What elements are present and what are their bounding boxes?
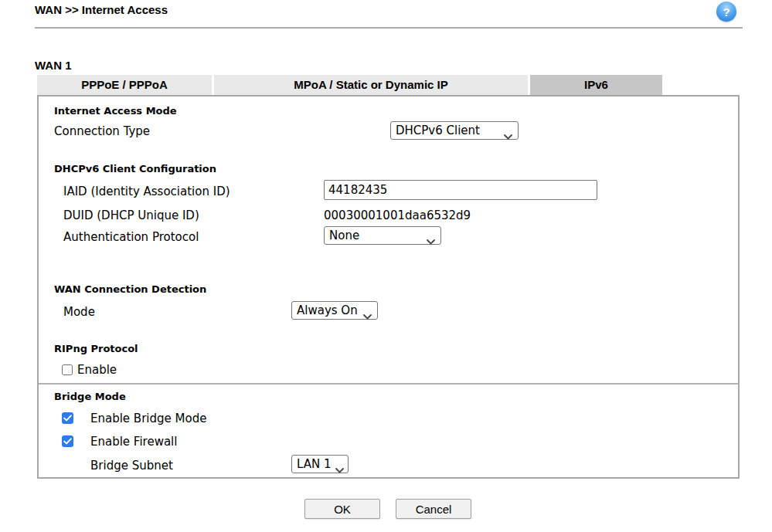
section-heading-bridge-mode: Bridge Mode: [54, 391, 126, 402]
section-divider: [39, 383, 738, 385]
connection-type-label: Connection Type: [54, 124, 150, 138]
authentication-protocol-value: None: [329, 229, 359, 242]
tab-ipv6[interactable]: IPv6: [530, 75, 662, 95]
ipv6-settings-panel: Internet Access Mode Connection Type DHC…: [37, 95, 740, 479]
chevron-down-icon: [427, 234, 435, 248]
ripng-enable-checkbox[interactable]: [62, 364, 73, 375]
section-heading-ripng-protocol: RIPng Protocol: [54, 343, 138, 354]
iaid-input[interactable]: [324, 180, 597, 200]
enable-firewall-checkbox[interactable]: [62, 435, 73, 447]
help-icon-glyph: ?: [723, 5, 729, 19]
section-heading-internet-access-mode: Internet Access Mode: [54, 105, 177, 117]
connection-type-value: DHCPv6 Client: [396, 124, 480, 137]
tab-pppoe-pppoa[interactable]: PPPoE / PPPoA: [37, 75, 212, 95]
ok-button[interactable]: OK: [304, 499, 380, 519]
bridge-subnet-select[interactable]: LAN 1: [291, 455, 349, 473]
enable-firewall-label[interactable]: Enable Firewall: [90, 435, 177, 449]
duid-value: 00030001001daa6532d9: [324, 208, 471, 222]
mode-value: Always On: [297, 303, 358, 317]
chevron-down-icon: [504, 129, 512, 143]
mode-select[interactable]: Always On: [291, 301, 378, 320]
tab-mpoa-static-dynamic-ip[interactable]: MPoA / Static or Dynamic IP: [214, 75, 528, 95]
connection-type-select[interactable]: DHCPv6 Client: [390, 121, 519, 140]
authentication-protocol-label: Authentication Protocol: [63, 230, 199, 244]
chevron-down-icon: [335, 463, 344, 476]
enable-bridge-mode-label[interactable]: Enable Bridge Mode: [90, 412, 206, 425]
page-title: WAN >> Internet Access: [35, 3, 168, 16]
cancel-button[interactable]: Cancel: [396, 499, 471, 519]
authentication-protocol-select[interactable]: None: [324, 226, 441, 245]
enable-bridge-mode-checkbox[interactable]: [62, 412, 73, 424]
mode-label: Mode: [63, 305, 95, 319]
chevron-down-icon: [363, 309, 372, 323]
ripng-enable-label[interactable]: Enable: [77, 363, 117, 377]
header-divider: [35, 27, 743, 29]
bridge-subnet-label: Bridge Subnet: [90, 459, 173, 473]
help-icon[interactable]: ?: [716, 2, 736, 22]
section-heading-dhcpv6-client-configuration: DHCPv6 Client Configuration: [54, 163, 216, 175]
bridge-subnet-value: LAN 1: [297, 457, 332, 471]
wan1-label: WAN 1: [35, 59, 72, 72]
iaid-label: IAID (Identity Association ID): [63, 185, 230, 198]
section-heading-wan-connection-detection: WAN Connection Detection: [54, 283, 206, 295]
duid-label: DUID (DHCP Unique ID): [63, 208, 199, 222]
